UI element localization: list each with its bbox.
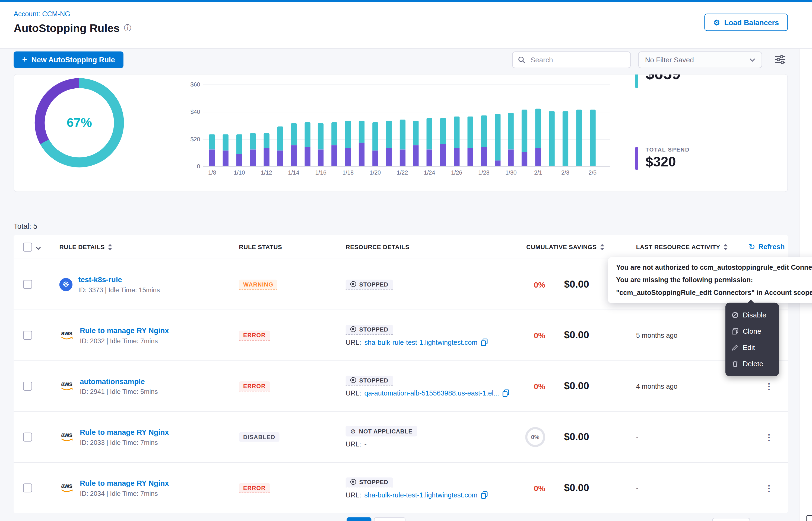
gear-icon: ⚙ (713, 18, 720, 27)
header-resource-details: RESOURCE DETAILS (345, 235, 409, 258)
x-tick: 1/14 (288, 169, 299, 176)
resource-state-badge[interactable]: STOPPED (345, 279, 393, 290)
x-tick: 2/1 (534, 169, 542, 176)
page-size-select[interactable] (712, 518, 750, 521)
chart-bar (318, 123, 323, 166)
status-badge[interactable]: ERROR (239, 381, 270, 391)
search-icon (518, 56, 525, 63)
resource-details-cell: STOPPED (345, 259, 393, 310)
savings-donut-chart: 67% (35, 78, 124, 167)
load-balancers-button[interactable]: ⚙ Load Balancers (705, 14, 788, 31)
resource-state-badge[interactable]: STOPPED (345, 376, 393, 385)
rule-meta: ID: 2941 | Idle Time: 5mins (80, 388, 158, 395)
saved-filter-dropdown[interactable]: No Filter Saved (638, 51, 762, 68)
sort-icon (600, 244, 604, 250)
pagination-active-page[interactable] (346, 517, 371, 521)
rule-details-cell: aws Rule to manage RY Nginx ID: 2032 | I… (60, 310, 169, 361)
row-checkbox[interactable] (23, 483, 32, 492)
resource-details-cell: STOPPED URL: sha-bulk-rule-test-1.lightw… (345, 463, 488, 513)
row-checkbox[interactable] (23, 433, 32, 441)
menu-item-clone[interactable]: Clone (725, 323, 779, 339)
copy-icon[interactable] (480, 491, 488, 499)
pagination-page-button[interactable] (374, 517, 405, 521)
row-menu-icon[interactable]: ⋮ (763, 412, 775, 462)
x-tick: 1/26 (451, 169, 462, 176)
status-badge[interactable]: ERROR (239, 330, 270, 340)
x-tick: 1/20 (370, 169, 381, 176)
savings-percent-cell: 0% (518, 412, 545, 462)
x-tick: 1/10 (234, 169, 245, 176)
total-spend-value: $320 (646, 154, 676, 170)
menu-item-disable[interactable]: Disable (725, 307, 779, 323)
rule-name-link[interactable]: Rule to manage RY Nginx (80, 479, 169, 488)
axis-baseline (203, 166, 610, 167)
edit-icon (732, 344, 739, 351)
stopped-icon (350, 326, 356, 332)
chart-bar (508, 113, 514, 166)
chart-bar (440, 118, 446, 166)
status-badge[interactable]: WARNING (239, 279, 278, 290)
header-last-resource-activity[interactable]: LAST RESOURCE ACTIVITY (636, 235, 728, 258)
page-header: Account: CCM-NG AutoStopping Rules ⓘ ⚙ L… (0, 2, 812, 49)
rule-status-cell: ERROR (239, 361, 270, 411)
url-link[interactable]: sha-bulk-rule-test-1.lightwingtest.com (364, 491, 477, 499)
chart-bar (236, 134, 242, 166)
account-breadcrumb[interactable]: Account: CCM-NG (14, 10, 70, 18)
chart-bar (277, 126, 283, 166)
rule-name-link[interactable]: Rule to manage RY Nginx (80, 326, 169, 335)
row-checkbox[interactable] (23, 382, 32, 391)
resource-url: URL: - (345, 440, 366, 448)
header-cumulative-savings[interactable]: CUMULATIVE SAVINGS (526, 235, 604, 258)
x-tick: 1/28 (478, 169, 489, 176)
chart-bar (304, 122, 310, 166)
rule-name-link[interactable]: Rule to manage RY Nginx (80, 428, 169, 436)
refresh-button[interactable]: ↻ Refresh (748, 235, 785, 258)
resource-state-badge[interactable]: ⊘ NOT APPLICABLE (345, 426, 417, 437)
refresh-icon: ↻ (748, 242, 755, 252)
chart-bar (521, 110, 527, 166)
copy-icon[interactable] (480, 338, 488, 346)
chart-bar (332, 122, 337, 166)
url-empty: - (364, 440, 366, 448)
savings-percent-cell: 0% (518, 463, 545, 513)
table-row: aws Rule to manage RY Nginx ID: 2034 | I… (14, 462, 788, 513)
menu-item-delete[interactable]: Delete (725, 356, 779, 372)
url-link[interactable]: qa-automation-alb-515563988.us-east-1.el… (364, 389, 499, 397)
new-autostopping-rule-button[interactable]: + New AutoStopping Rule (14, 51, 123, 68)
x-tick: 2/3 (561, 169, 569, 176)
info-icon[interactable]: ⓘ (124, 24, 131, 33)
select-all-checkbox[interactable] (23, 242, 32, 251)
last-activity-cell: - (636, 463, 638, 513)
y-tick: $40 (177, 109, 200, 115)
row-checkbox[interactable] (23, 331, 32, 340)
rule-status-cell: ERROR (239, 310, 270, 361)
status-badge[interactable]: DISABLED (239, 432, 280, 442)
resource-state-badge[interactable]: STOPPED (345, 324, 393, 335)
status-badge[interactable]: ERROR (239, 483, 270, 493)
x-tick: 1/22 (397, 169, 408, 176)
resource-state-badge[interactable]: STOPPED (345, 477, 393, 487)
search-input[interactable] (530, 55, 625, 64)
chart-bar (250, 133, 256, 166)
menu-item-edit[interactable]: Edit (725, 339, 779, 356)
chart-bar (427, 118, 432, 166)
select-menu-chevron-icon[interactable] (36, 242, 41, 252)
table-row: aws automationsample ID: 2941 | Idle Tim… (14, 361, 788, 411)
resource-url: URL: sha-bulk-rule-test-1.lightwingtest.… (345, 338, 488, 346)
filter-sliders-icon[interactable] (775, 55, 785, 66)
help-chat-icon[interactable] (806, 514, 812, 521)
copy-icon[interactable] (503, 389, 510, 397)
x-tick: 1/24 (424, 169, 435, 176)
savings-amount-cell: $0.00 (564, 412, 617, 462)
savings-amount-cell: $0.00 (564, 463, 617, 513)
row-checkbox[interactable] (23, 280, 32, 289)
rule-name-link[interactable]: automationsample (80, 377, 145, 386)
row-menu-icon[interactable]: ⋮ (763, 463, 775, 513)
rule-name-link[interactable]: test-k8s-rule (78, 275, 122, 284)
url-link[interactable]: sha-bulk-rule-test-1.lightwingtest.com (364, 338, 477, 346)
header-rule-details[interactable]: RULE DETAILS (60, 235, 113, 258)
savings-percent-cell: 0% (518, 259, 545, 310)
y-tick: $60 (177, 81, 200, 88)
aws-icon: aws (60, 330, 74, 340)
resource-details-cell: STOPPED URL: qa-automation-alb-515563988… (345, 361, 509, 411)
